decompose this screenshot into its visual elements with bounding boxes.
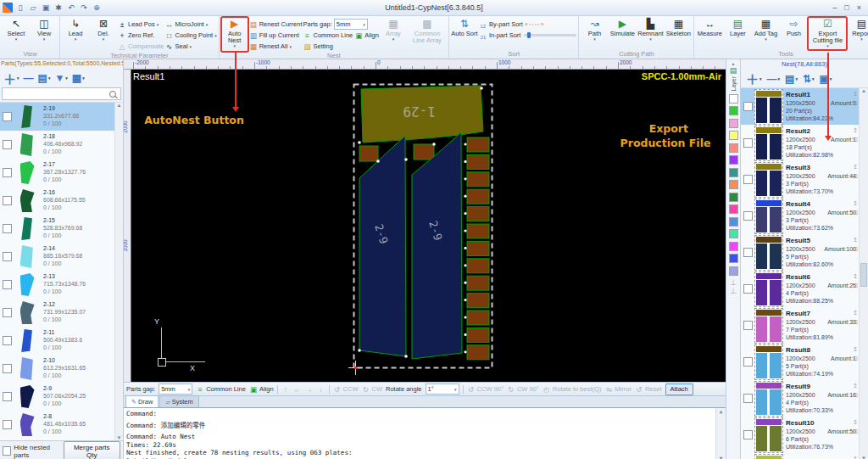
compensate-button[interactable]: △Compensate	[118, 42, 164, 51]
5mm-select[interactable]: 5mm▾	[159, 383, 192, 395]
layer-color-swatch[interactable]	[729, 217, 738, 227]
fill-up-current-button[interactable]: ▥Fill up Current	[249, 31, 299, 40]
parts-search-input[interactable]	[3, 90, 109, 98]
lead-button[interactable]: ↳Lead▾	[62, 17, 89, 52]
layer-color-swatch[interactable]	[729, 168, 738, 177]
part-checkbox[interactable]	[3, 224, 12, 233]
chevron-down-icon[interactable]: ▾	[65, 76, 68, 81]
result-checkbox[interactable]	[743, 430, 753, 439]
remove-icon[interactable]: —	[24, 72, 34, 84]
sheet-part-brown[interactable]	[467, 137, 489, 152]
scroll-down-icon[interactable]: ▼	[861, 456, 866, 459]
chevron-down-icon[interactable]: ▾	[765, 37, 767, 42]
sheet-part-brown[interactable]	[467, 154, 489, 169]
settings-icon[interactable]: ✱	[53, 3, 64, 13]
reset-button[interactable]: ↺Reset	[635, 385, 662, 394]
result-detail-icon[interactable]: ⊡	[853, 173, 858, 179]
result-item-result10[interactable]: Result101200x2500Amount:506 Part(s)Utili…	[741, 417, 859, 453]
cooling-point-button[interactable]: □Cooling Point▾	[165, 31, 217, 40]
sort-priority-slider[interactable]	[524, 34, 576, 36]
ccw-button[interactable]: ↺CCW	[333, 385, 359, 394]
chevron-down-icon[interactable]: ▾	[157, 22, 159, 27]
part-item-2-9[interactable]: 2-9507.06x2054.250 / 100	[0, 383, 123, 411]
console-scrollbar[interactable]: ▲ ▼	[715, 408, 726, 459]
list-view-icon[interactable]: ▤▾	[38, 72, 51, 84]
part-checkbox[interactable]	[3, 168, 12, 177]
nesting-canvas[interactable]: 20001000 Result1 SPCC-1.00mm-Air 1-29 2-…	[124, 70, 726, 382]
chevron-down-icon[interactable]: ▾	[43, 37, 46, 42]
part-checkbox[interactable]	[3, 112, 12, 121]
view-button[interactable]: ◫View▾	[31, 17, 58, 50]
chevron-down-icon[interactable]: ▾	[593, 37, 596, 42]
measure-button[interactable]: ↔Measure	[696, 17, 723, 50]
part-item-2-17[interactable]: 2-17367.28x1327.760 / 100	[0, 159, 123, 187]
scroll-down-icon[interactable]: ▼	[720, 455, 723, 459]
layer-color-swatch[interactable]	[729, 106, 738, 115]
layer-color-swatch[interactable]	[729, 119, 738, 128]
chevron-down-icon[interactable]: ▾	[860, 37, 863, 42]
open-file-icon[interactable]: ▱	[28, 3, 38, 13]
cw-90-button[interactable]: ↻CW 90°	[507, 385, 539, 394]
align-tool-icon[interactable]: ⊥	[730, 278, 737, 287]
scroll-up-icon[interactable]: ▲	[117, 103, 122, 108]
sheet-part-brown[interactable]	[467, 294, 489, 308]
add-icon[interactable]: ＋▾	[746, 70, 762, 87]
layers-icon[interactable]: ▤	[730, 66, 737, 75]
export-result-icon[interactable]: ↥	[853, 346, 858, 352]
sheet-part-brown[interactable]	[359, 146, 378, 161]
remove-icon[interactable]: —▾	[767, 73, 781, 85]
scroll-up-icon[interactable]: ▲	[861, 88, 866, 93]
part-checkbox[interactable]	[3, 420, 12, 429]
remnant-button[interactable]: ▙Remnant▾	[637, 17, 664, 50]
sheet-part-brown[interactable]	[467, 345, 489, 360]
console-tab-system[interactable]: ▱System	[159, 395, 198, 407]
part-checkbox[interactable]	[3, 336, 12, 345]
sheet-part-brown[interactable]	[467, 327, 489, 342]
add-tag-button[interactable]: ▦Add Tag▾	[752, 17, 779, 50]
result-checkbox[interactable]	[743, 102, 753, 111]
result-detail-icon[interactable]: ⊡	[853, 319, 858, 325]
chevron-down-icon[interactable]: ▾	[190, 44, 192, 49]
command-console[interactable]: Command:Command: 添加编辑的零件Command: Auto Ne…	[124, 407, 726, 459]
part-item-2-10[interactable]: 2-10613.29x1631.650 / 100	[0, 355, 123, 383]
layer-color-swatch[interactable]	[729, 143, 738, 153]
collapse-icon[interactable]: ▴	[732, 60, 734, 66]
result-item-result2[interactable]: Result21200x2500Amount:118 Part(s)Utiliz…	[741, 125, 859, 161]
result-detail-icon[interactable]: ⊡	[853, 355, 858, 361]
result-checkbox[interactable]	[743, 248, 753, 257]
result-item-result9[interactable]: Result91200x2500Amount:164 Part(s)Utiliz…	[741, 380, 859, 417]
right-arrow-button[interactable]: →	[305, 385, 314, 394]
microjoint-button[interactable]: ↔MicroJoint▾	[165, 20, 209, 29]
zero-ref-button[interactable]: +Zero Ref.	[118, 31, 154, 40]
chevron-down-icon[interactable]: ▾	[82, 76, 85, 81]
part-item-2-18[interactable]: 2-18406.46x968.920 / 100	[0, 131, 123, 159]
add-icon[interactable]: ＋▾	[3, 70, 19, 87]
sort-list-icon[interactable]: ⇅▾	[803, 73, 815, 85]
nested-sheet[interactable]: 1-29 2-9 2-9	[353, 83, 493, 370]
console-tab-draw[interactable]: ✎Draw	[125, 395, 159, 407]
mirror-button[interactable]: ⇋Mirror	[604, 385, 632, 394]
chevron-down-icon[interactable]: ▾	[75, 37, 77, 42]
result-detail-icon[interactable]: ⊡	[853, 428, 858, 434]
sheet-part-navy-2[interactable]	[412, 132, 462, 359]
table-view-icon[interactable]: ▦▾	[72, 72, 85, 84]
result-item-result4[interactable]: Result41200x2500Amount:503 Part(s)Utiliz…	[741, 198, 859, 234]
result-item-result11[interactable]: Result11↥⊡	[741, 453, 859, 459]
checkbox-icon[interactable]	[3, 446, 11, 456]
result-detail-icon[interactable]: ⊡	[853, 100, 858, 106]
layer-color-swatch[interactable]	[729, 266, 738, 276]
result-checkbox[interactable]	[743, 394, 753, 403]
undo-icon[interactable]: ↶	[66, 3, 76, 13]
skeleton-button[interactable]: ▦Skeleton	[665, 17, 692, 50]
common-line-button[interactable]: ≡Common Line	[303, 31, 353, 40]
chevron-down-icon[interactable]: ▾	[812, 76, 815, 81]
minimize-icon[interactable]: –	[832, 3, 837, 12]
export-result-icon[interactable]: ↥	[853, 310, 858, 316]
parts-scrollbar[interactable]: ▲▼	[114, 103, 123, 440]
list-view-icon[interactable]: ▤▾	[785, 73, 798, 85]
common-line-button[interactable]: ≡Common Line	[196, 385, 246, 394]
by-part-sort-button[interactable]: ₁₂By-part Sort	[479, 20, 523, 29]
export-result-icon[interactable]: ↥	[853, 383, 858, 389]
layer-color-swatch[interactable]	[729, 229, 738, 238]
chevron-down-icon[interactable]: ▾	[206, 22, 209, 27]
